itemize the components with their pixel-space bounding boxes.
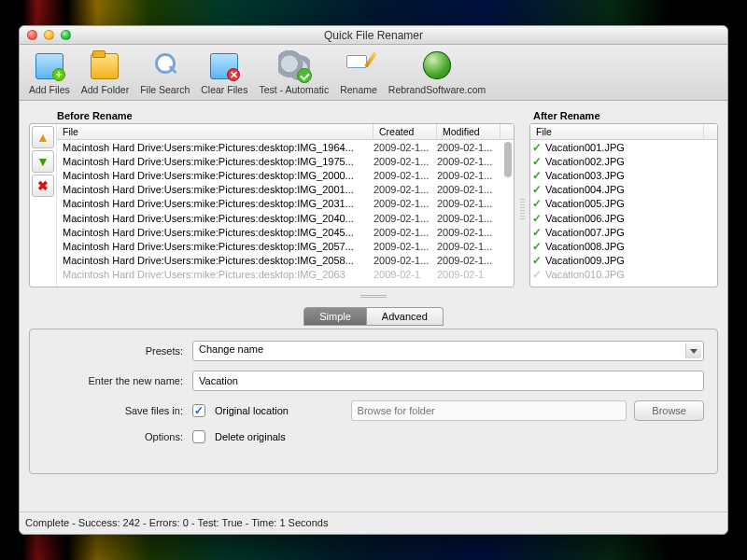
test-automatic-label: Test - Automatic [259, 84, 329, 95]
list-item[interactable]: ✓Vacation005.JPG [530, 197, 717, 211]
original-location-text: Original location [215, 405, 289, 416]
table-row[interactable]: Macintosh Hard Drive:Users:mike:Pictures… [57, 168, 514, 182]
file-search-icon [149, 49, 181, 81]
add-files-label: Add Files [29, 84, 70, 95]
list-item[interactable]: ✓Vacation001.JPG [530, 140, 717, 154]
col-scroll-pad [500, 124, 514, 139]
delete-originals-text: Delete originals [215, 431, 286, 442]
file-search-label: File Search [140, 84, 190, 95]
tab-advanced[interactable]: Advanced [367, 307, 444, 326]
list-item[interactable]: ✓Vacation007.JPG [530, 225, 717, 239]
save-in-label: Save files in: [43, 405, 183, 416]
list-item[interactable]: ✓Vacation003.JPG [530, 168, 717, 182]
table-row[interactable]: Macintosh Hard Drive:Users:mike:Pictures… [57, 254, 514, 268]
rename-icon [343, 49, 374, 81]
add-folder-icon [89, 49, 120, 81]
tab-simple[interactable]: Simple [303, 307, 367, 326]
move-up-button[interactable]: ▲ [32, 126, 54, 148]
list-item[interactable]: ✓Vacation008.JPG [530, 239, 717, 253]
move-down-button[interactable]: ▼ [32, 150, 54, 173]
table-row[interactable]: Macintosh Hard Drive:Users:mike:Pictures… [57, 268, 514, 282]
window-title: Quick File Renamer [20, 29, 727, 42]
options-form: Presets: Change name Enter the new name:… [29, 329, 718, 474]
before-table-body[interactable]: Macintosh Hard Drive:Users:mike:Pictures… [57, 140, 514, 287]
horizontal-splitter[interactable] [29, 291, 718, 301]
list-item[interactable]: ✓Vacation004.JPG [530, 183, 717, 197]
table-row[interactable]: Macintosh Hard Drive:Users:mike:Pictures… [57, 140, 514, 154]
new-name-label: Enter the new name: [43, 375, 183, 386]
check-icon: ✓ [532, 254, 542, 267]
check-icon: ✓ [532, 197, 542, 210]
after-table-header: File [530, 124, 717, 140]
rename-button[interactable]: Rename [336, 48, 381, 97]
delete-originals-checkbox[interactable]: Delete originals [192, 430, 286, 443]
chevron-down-icon [690, 349, 698, 354]
table-row[interactable]: Macintosh Hard Drive:Users:mike:Pictures… [57, 197, 514, 211]
browse-button[interactable]: Browse [634, 400, 704, 421]
before-table-header: File Created Modified [57, 124, 514, 140]
add-files-icon: + [34, 49, 65, 81]
clear-files-label: Clear Files [201, 84, 247, 95]
add-files-button[interactable]: + Add Files [25, 48, 74, 97]
presets-value: Change name [199, 343, 263, 355]
titlebar: Quick File Renamer [20, 26, 727, 45]
presets-select[interactable]: Change name [192, 341, 704, 361]
add-folder-label: Add Folder [81, 84, 129, 95]
test-automatic-button[interactable]: Test - Automatic [255, 48, 332, 97]
original-location-checkbox[interactable]: Original location [192, 404, 289, 417]
table-row[interactable]: Macintosh Hard Drive:Users:mike:Pictures… [57, 225, 514, 239]
check-icon: ✓ [532, 183, 542, 196]
rename-label: Rename [340, 84, 377, 95]
check-icon: ✓ [532, 268, 542, 281]
table-row[interactable]: Macintosh Hard Drive:Users:mike:Pictures… [57, 211, 514, 225]
new-name-input[interactable] [192, 371, 704, 391]
col-file[interactable]: File [57, 124, 374, 139]
rebrand-link-label: RebrandSoftware.com [388, 84, 486, 95]
col-created[interactable]: Created [374, 124, 437, 139]
clear-files-button[interactable]: ✕ Clear Files [197, 48, 251, 97]
before-rename-pane: ▲ ▼ ✖ File Created Modified Mac [29, 123, 514, 287]
check-icon: ✓ [532, 169, 542, 182]
options-label: Options: [43, 431, 183, 442]
after-table-body[interactable]: ✓Vacation001.JPG✓Vacation002.JPG✓Vacatio… [530, 140, 717, 287]
table-row[interactable]: Macintosh Hard Drive:Users:mike:Pictures… [57, 183, 514, 197]
file-search-button[interactable]: File Search [136, 48, 193, 97]
col-modified[interactable]: Modified [437, 124, 500, 139]
clear-files-icon: ✕ [208, 49, 240, 81]
after-col-file[interactable]: File [530, 124, 704, 139]
check-icon: ✓ [532, 240, 542, 253]
remove-row-button[interactable]: ✖ [32, 175, 54, 197]
toolbar: + Add Files Add Folder File Search ✕ Cle… [20, 45, 727, 101]
status-bar: Complete - Success: 242 - Errors: 0 - Te… [20, 511, 727, 534]
check-icon: ✓ [532, 141, 542, 154]
presets-label: Presets: [43, 345, 183, 357]
check-icon: ✓ [532, 226, 542, 239]
pane-splitter[interactable] [518, 108, 526, 287]
after-rename-title: After Rename [529, 108, 718, 123]
after-rename-pane: File ✓Vacation001.JPG✓Vacation002.JPG✓Va… [529, 123, 718, 287]
globe-icon [423, 51, 451, 79]
browse-folder-input[interactable] [351, 400, 627, 421]
checkbox-unchecked-icon [192, 430, 205, 443]
rebrand-link-button[interactable]: RebrandSoftware.com [385, 48, 489, 97]
test-automatic-icon [278, 49, 310, 81]
checkbox-checked-icon [192, 404, 205, 417]
mode-tabs: Simple Advanced [29, 307, 718, 326]
app-window: Quick File Renamer + Add Files Add Folde… [19, 25, 728, 535]
check-icon: ✓ [532, 212, 542, 225]
table-row[interactable]: Macintosh Hard Drive:Users:mike:Pictures… [57, 154, 514, 168]
before-rename-title: Before Rename [29, 108, 514, 123]
list-item[interactable]: ✓Vacation006.JPG [530, 211, 717, 225]
add-folder-button[interactable]: Add Folder [78, 48, 133, 97]
table-row[interactable]: Macintosh Hard Drive:Users:mike:Pictures… [57, 239, 514, 253]
before-scrollbar[interactable] [504, 142, 512, 177]
list-item[interactable]: ✓Vacation009.JPG [530, 254, 717, 268]
check-icon: ✓ [532, 155, 542, 168]
list-item[interactable]: ✓Vacation002.JPG [530, 154, 717, 168]
list-item[interactable]: ✓Vacation010.JPG [530, 268, 717, 282]
